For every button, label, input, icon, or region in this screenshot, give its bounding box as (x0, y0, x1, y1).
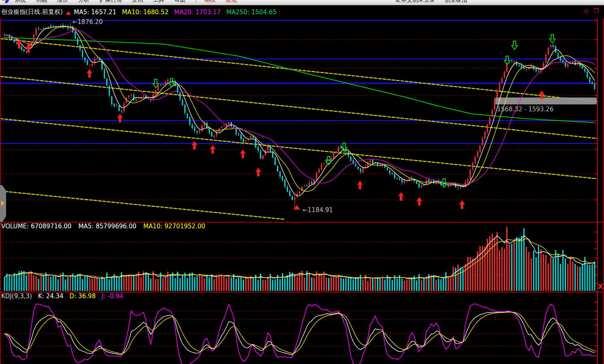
expand-arrow-icon (1, 201, 4, 206)
volume-ma5: MA5: 85799696.00 (78, 223, 137, 230)
gap-range-label: 1568.32 - 1593.26 (497, 106, 554, 113)
trading-app-window: 系统 功能 报价 分析 扩展行情 资讯 工具 帮助 | 期权 发现 证券交易未登… (0, 0, 604, 364)
kdj-k-value: K: 24.34 (38, 292, 63, 300)
chart-canvas[interactable] (0, 0, 604, 364)
sidebar-expand-handle[interactable] (0, 185, 6, 222)
low-price-label: ←1184.91 (303, 206, 333, 214)
volume-value: VOLUME: 67089716.00 (1, 223, 72, 230)
kdj-j-value: J: -0.94 (102, 292, 123, 300)
kdj-header: KDJ(9,3,3) K: 24.34 D: 36.98 J: -0.94 (1, 292, 123, 300)
volume-ma10: MA10: 92701952.00 (143, 223, 205, 230)
volume-header: VOLUME: 67089716.00 MA5: 85799696.00 MA1… (1, 223, 205, 230)
high-price-label: ←1876.20 (72, 18, 103, 26)
kdj-d-value: D: 36.98 (70, 292, 96, 300)
kdj-name: KDJ(9,3,3) (1, 292, 32, 300)
pane-close-button[interactable]: X (598, 283, 603, 290)
